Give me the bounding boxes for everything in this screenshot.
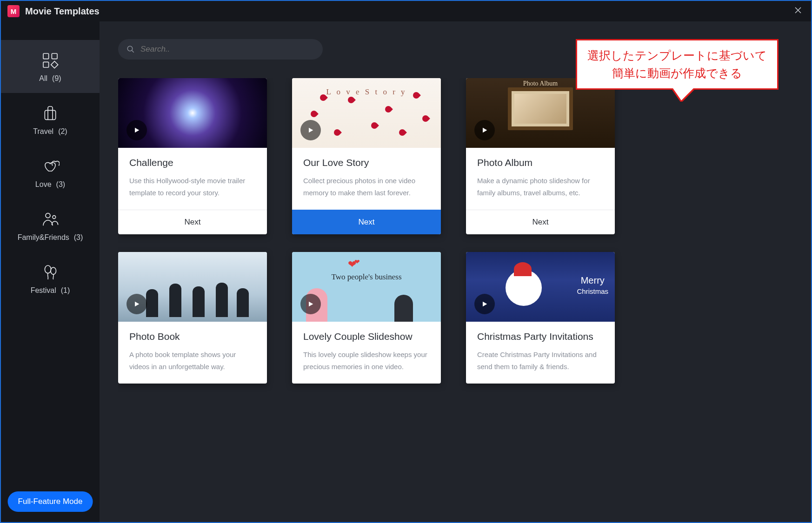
sidebar-item-label: Travel [33, 127, 53, 136]
next-button[interactable]: Next [466, 210, 615, 234]
play-button[interactable] [474, 120, 495, 140]
template-card-photo-book[interactable]: Photo Book A photo book template shows y… [118, 252, 267, 384]
template-title: Photo Album [477, 157, 604, 168]
main-panel: 選択したテンプレートに基づいて 簡単に動画が作成できる Challenge Us… [100, 21, 811, 522]
template-title: Our Love Story [303, 157, 430, 168]
svg-rect-2 [43, 62, 49, 67]
play-button[interactable] [300, 120, 321, 140]
svg-point-6 [46, 213, 50, 218]
play-button[interactable] [300, 294, 321, 314]
next-button[interactable]: Next [292, 210, 441, 234]
sidebar-item-family[interactable]: Family&Friends (3) [1, 199, 100, 252]
heart-icon: ❤❤ [348, 258, 362, 271]
close-button[interactable] [792, 6, 805, 17]
svg-point-8 [45, 265, 51, 273]
play-icon [481, 300, 488, 308]
template-description: A photo book template shows your videos … [129, 349, 256, 372]
search-field[interactable] [118, 39, 323, 60]
template-card-christmas[interactable]: Merry Christmas Christmas Party Invitati… [466, 252, 615, 384]
sidebar-item-label: All [39, 74, 47, 83]
play-icon [133, 300, 140, 308]
svg-rect-0 [43, 53, 49, 59]
app-logo-icon: M [7, 5, 20, 17]
template-title: Photo Book [129, 331, 256, 342]
balloons-icon [41, 263, 60, 282]
template-thumbnail: Merry Christmas [466, 252, 615, 322]
template-title: Lovely Couple Slideshow [303, 331, 430, 342]
svg-point-10 [127, 46, 133, 51]
hearts-icon [41, 157, 60, 176]
search-icon [126, 45, 135, 53]
next-button[interactable]: Next [118, 210, 267, 234]
window-title: Movie Templates [25, 6, 100, 17]
template-title: Challenge [129, 157, 256, 168]
card-body: Christmas Party Invitations Create Chris… [466, 322, 615, 384]
sidebar-item-label: Family&Friends [18, 233, 69, 242]
template-title: Christmas Party Invitations [477, 331, 604, 342]
sidebar-item-label: Love [35, 180, 52, 189]
templates-grid: Challenge Use this Hollywood-style movie… [118, 78, 779, 384]
template-description: Collect precious photos in one video mem… [303, 175, 430, 199]
people-icon [41, 210, 60, 229]
card-body: Our Love Story Collect precious photos i… [292, 148, 441, 210]
tooltip-line: 選択したテンプレートに基づいて [587, 47, 767, 65]
sidebar-item-count: (9) [52, 74, 61, 83]
svg-line-11 [132, 50, 134, 53]
play-button[interactable] [126, 294, 147, 314]
sidebar-item-all[interactable]: All (9) [1, 40, 100, 93]
template-card-photo-album[interactable]: Photo Album Photo Album Make a dynamic p… [466, 78, 615, 234]
sidebar-item-count: (3) [56, 180, 66, 189]
tooltip-line: 簡単に動画が作成できる [587, 65, 767, 82]
search-input[interactable] [140, 45, 314, 54]
template-description: Make a dynamic photo slideshow for famil… [477, 175, 604, 199]
sidebar-item-festival[interactable]: Festival (1) [1, 252, 100, 305]
boy-decoration [394, 295, 413, 322]
template-card-love-story[interactable]: L o v e S t o r y Our Love Story Collect… [292, 78, 441, 234]
play-icon [133, 126, 140, 134]
svg-rect-3 [45, 110, 55, 119]
card-body: Photo Book A photo book template shows y… [118, 322, 267, 384]
templates-scroll-area[interactable]: Challenge Use this Hollywood-style movie… [118, 78, 792, 522]
template-description: Create Christmas Party Invitations and s… [477, 349, 604, 372]
svg-point-9 [51, 267, 56, 274]
thumbnail-caption: Two people's business [292, 272, 441, 282]
play-button[interactable] [126, 120, 147, 140]
full-feature-mode-button[interactable]: Full-Feature Mode [8, 491, 93, 512]
svg-point-7 [53, 216, 56, 219]
template-thumbnail: ❤❤ Two people's business [292, 252, 441, 322]
sidebar-item-love[interactable]: Love (3) [1, 146, 100, 199]
template-thumbnail [118, 252, 267, 322]
sidebar-item-travel[interactable]: Travel (2) [1, 93, 100, 146]
card-body: Lovely Couple Slideshow This lovely coup… [292, 322, 441, 384]
play-button[interactable] [474, 294, 495, 314]
close-icon [794, 6, 802, 14]
template-description: Use this Hollywood-style movie trailer t… [129, 175, 256, 199]
santa-decoration [506, 270, 542, 306]
play-icon [481, 126, 488, 134]
titlebar: M Movie Templates [1, 1, 811, 21]
template-card-lovely-couple[interactable]: ❤❤ Two people's business Lovely Couple S… [292, 252, 441, 384]
template-card-challenge[interactable]: Challenge Use this Hollywood-style movie… [118, 78, 267, 234]
sidebar-item-count: (2) [58, 127, 67, 136]
grid-icon [41, 51, 60, 70]
template-thumbnail [118, 78, 267, 148]
play-icon [307, 300, 314, 308]
template-description: This lovely couple slideshow keeps your … [303, 349, 430, 372]
card-body: Challenge Use this Hollywood-style movie… [118, 148, 267, 210]
hint-tooltip: 選択したテンプレートに基づいて 簡単に動画が作成できる [576, 39, 779, 90]
photo-frame-decoration [508, 87, 573, 130]
template-thumbnail: L o v e S t o r y [292, 78, 441, 148]
sidebar-item-label: Festival [31, 286, 56, 295]
play-icon [307, 126, 314, 134]
svg-rect-1 [52, 53, 57, 59]
suitcase-icon [41, 104, 60, 123]
thumbnail-caption: Merry Christmas [577, 275, 608, 296]
sidebar: All (9) Travel (2) Love (3) [1, 21, 100, 522]
sidebar-item-count: (3) [74, 233, 83, 242]
card-body: Photo Album Make a dynamic photo slidesh… [466, 148, 615, 210]
sidebar-item-count: (1) [61, 286, 70, 295]
